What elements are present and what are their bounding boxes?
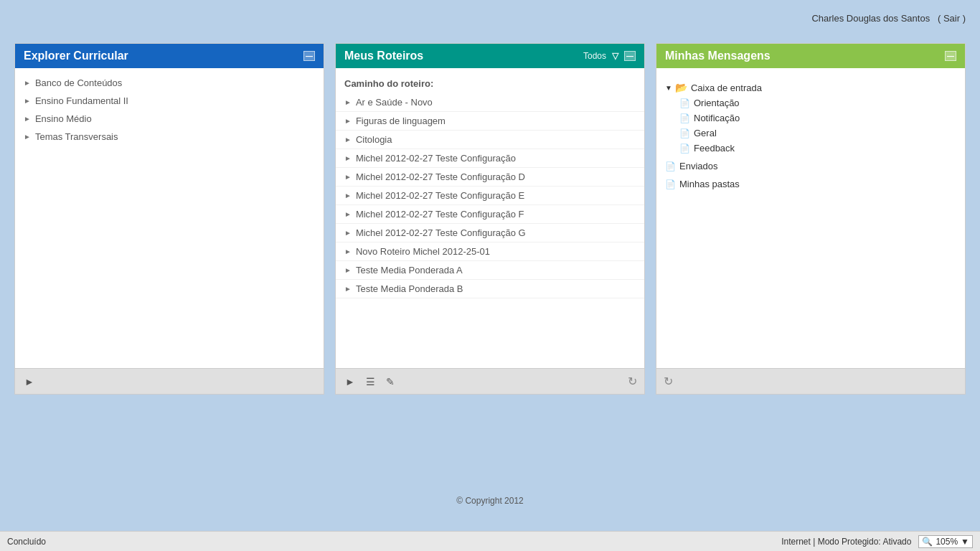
list-item[interactable]: ► Citologia [336,131,644,149]
roteiros-header: Meus Roteiros Todos ▽ — [336,44,644,68]
roteiro-label: Michel 2012-02-27 Teste Configuração G [356,227,526,238]
list-item[interactable]: ► Temas Transversais [15,128,324,146]
arrow-icon: ► [344,266,352,274]
list-item[interactable]: ► Michel 2012-02-27 Teste Configuração F [336,205,644,224]
list-item[interactable]: ► Michel 2012-02-27 Teste Configuração D [336,168,644,187]
arrow-icon: ► [24,133,31,141]
document-icon: 📄 [679,98,690,108]
list-item[interactable]: ► Teste Media Ponderada B [336,280,644,298]
roteiro-refresh-button[interactable]: ↻ [628,375,637,388]
explorer-body: ► Banco de Conteúdos ► Ensino Fundamenta… [15,68,324,368]
roteiro-label: Teste Media Ponderada A [356,265,463,276]
document-icon: 📄 [665,161,676,171]
roteiro-label: Michel 2012-02-27 Teste Configuração E [356,190,524,201]
msg-item-feedback[interactable]: 📄 Feedback [679,141,956,156]
document-icon: 📄 [679,128,690,138]
todos-label: Todos [583,51,606,61]
bottom-bar-right: Internet | Modo Protegido: Ativado 🔍 105… [781,535,973,548]
enviados-label: Enviados [679,161,717,171]
msg-label: Notificação [694,113,740,123]
roteiros-controls: Todos ▽ — [583,51,636,61]
arrow-icon: ► [344,136,352,143]
arrow-icon: ► [344,248,352,255]
roteiro-play-button[interactable]: ► [343,375,357,389]
mensagens-title: Minhas Mensagens [665,50,771,62]
open-folder-icon: 📂 [675,82,687,93]
roteiros-title: Meus Roteiros [344,50,423,62]
roteiro-label: Teste Media Ponderada B [356,283,463,294]
arrow-icon: ► [344,229,352,237]
list-item[interactable]: ► Figuras de linguagem [336,112,644,131]
item-label: Ensino Médio [35,113,92,124]
arrow-icon: ► [24,115,31,123]
roteiro-label: Michel 2012-02-27 Teste Configuração D [356,171,525,182]
zoom-level: 105% [936,537,958,547]
inbox-folder[interactable]: ▼ 📂 Caixa de entrada [665,80,956,95]
internet-status: Internet | Modo Protegido: Ativado [781,537,911,547]
mensagens-minimize-btn[interactable]: — [945,51,956,61]
list-item[interactable]: ► Banco de Conteúdos [15,74,324,92]
arrow-icon: ► [24,79,31,87]
list-item[interactable]: ► Novo Roteiro Michel 2012-25-01 [336,242,644,261]
roteiros-minimize-btn[interactable]: — [624,51,636,61]
zoom-arrow: ▼ [961,537,969,547]
top-bar: Charles Douglas dos Santos ( Sair ) [0,0,980,36]
list-item[interactable]: ► Ar e Saúde - Novo [336,93,644,112]
explorer-footer: ► [15,368,324,394]
enviados-folder[interactable]: 📄 Enviados [665,159,956,174]
path-label: Caminho do roteiro: [336,74,644,93]
arrow-icon: ► [344,285,352,293]
msg-label: Feedback [694,143,735,154]
filter-icon[interactable]: ▽ [612,51,618,61]
minimize-icon: — [306,52,313,60]
list-item[interactable]: ► Michel 2012-02-27 Teste Configuração G [336,224,644,242]
user-info: Charles Douglas dos Santos ( Sair ) [811,13,966,24]
roteiro-label: Michel 2012-02-27 Teste Configuração [356,153,516,164]
panel-explorer: Explorer Curricular — ► Banco de Conteúd… [14,43,324,395]
roteiro-edit-button[interactable]: ✎ [383,375,397,389]
list-item[interactable]: ► Ensino Fundamental II [15,92,324,110]
arrow-icon: ► [344,173,352,181]
roteiro-label: Michel 2012-02-27 Teste Configuração F [356,209,524,220]
list-item[interactable]: ► Teste Media Ponderada A [336,261,644,280]
status-icons: Internet | Modo Protegido: Ativado [781,537,911,547]
minimize-icon: — [947,52,954,60]
arrow-icon: ► [344,154,352,162]
message-tree: ▼ 📂 Caixa de entrada 📄 Orientação 📄 Noti… [656,74,965,197]
msg-item-orientacao[interactable]: 📄 Orientação [679,95,956,110]
arrow-icon: ► [344,210,352,218]
msg-item-geral[interactable]: 📄 Geral [679,126,956,141]
copyright-text: © Copyright 2012 [456,496,524,506]
document-icon: 📄 [665,179,676,189]
main-content: Explorer Curricular — ► Banco de Conteúd… [0,36,980,531]
inbox-subfolders: 📄 Orientação 📄 Notificação 📄 Geral [679,95,956,156]
list-item[interactable]: ► Michel 2012-02-27 Teste Configuração [336,149,644,168]
msg-label: Orientação [694,98,740,108]
msg-label: Geral [694,128,717,138]
msg-item-notificacao[interactable]: 📄 Notificação [679,110,956,126]
status-left: Concluído [7,537,46,547]
minhas-pastas-label: Minhas pastas [679,179,740,189]
play-button[interactable]: ► [22,375,37,389]
minhas-pastas-folder[interactable]: 📄 Minhas pastas [665,176,956,192]
arrow-icon: ► [344,192,352,199]
list-item[interactable]: ► Michel 2012-02-27 Teste Configuração E [336,187,644,205]
roteiros-footer: ► ☰ ✎ ↻ [336,368,644,394]
mensagens-refresh-button[interactable]: ↻ [664,375,673,388]
item-label: Banco de Conteúdos [35,77,122,88]
roteiro-list-button[interactable]: ☰ [363,375,377,389]
list-item[interactable]: ► Ensino Médio [15,110,324,128]
expand-arrow-icon: ▼ [665,84,672,92]
arrow-icon: ► [24,97,31,105]
logout-link[interactable]: ( Sair ) [938,13,966,24]
mensagens-header: Minhas Mensagens — [656,44,965,68]
explorer-header: Explorer Curricular — [15,44,324,68]
document-icon: 📄 [679,113,690,123]
explorer-minimize-btn[interactable]: — [303,51,315,61]
zoom-control[interactable]: 🔍 105% ▼ [918,535,973,548]
mensagens-controls: — [945,51,956,61]
minimize-icon: — [626,52,633,60]
item-label: Ensino Fundamental II [35,95,128,106]
roteiros-body: Caminho do roteiro: ► Ar e Saúde - Novo … [336,68,644,368]
roteiro-label: Ar e Saúde - Novo [356,97,433,108]
